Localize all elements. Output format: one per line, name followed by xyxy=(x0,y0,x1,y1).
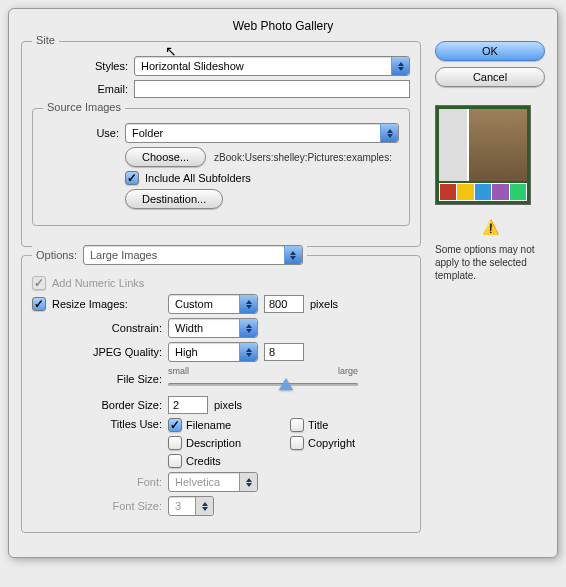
site-legend: Site xyxy=(32,34,59,46)
resize-px-field[interactable] xyxy=(264,295,304,313)
slider-thumb-icon[interactable] xyxy=(279,378,293,390)
credits-label: Credits xyxy=(186,455,221,467)
site-group: Site Styles: Horizontal Slideshow Email:… xyxy=(21,41,421,247)
resize-label: Resize Images: xyxy=(52,298,162,310)
filename-checkbox[interactable] xyxy=(168,418,182,432)
styles-label: Styles: xyxy=(32,60,128,72)
preview-photo xyxy=(469,109,527,181)
resize-select[interactable]: Custom xyxy=(168,294,258,314)
preview-thumb xyxy=(439,109,467,181)
options-value: Large Images xyxy=(90,249,157,261)
font-label: Font: xyxy=(32,476,162,488)
choose-button[interactable]: Choose... xyxy=(125,147,206,167)
copyright-checkbox[interactable] xyxy=(290,436,304,450)
dropdown-arrows-icon xyxy=(391,57,409,75)
slider-small-label: small xyxy=(168,366,189,376)
cancel-button[interactable]: Cancel xyxy=(435,67,545,87)
dropdown-arrows-icon xyxy=(239,295,257,313)
preview-main xyxy=(439,109,527,181)
description-label: Description xyxy=(186,437,241,449)
use-select[interactable]: Folder xyxy=(125,123,399,143)
destination-button[interactable]: Destination... xyxy=(125,189,223,209)
include-subfolders-checkbox[interactable] xyxy=(125,171,139,185)
window-title: Web Photo Gallery xyxy=(21,19,545,33)
title-label: Title xyxy=(308,419,328,431)
include-subfolders-label: Include All Subfolders xyxy=(145,172,251,184)
border-pixels-label: pixels xyxy=(214,399,242,411)
quality-select[interactable]: High xyxy=(168,342,258,362)
fontsize-select: 3 xyxy=(168,496,214,516)
source-legend: Source Images xyxy=(43,101,125,113)
titles-label: Titles Use: xyxy=(32,418,162,430)
source-path: zBook:Users:shelley:Pictures:examples: xyxy=(214,152,392,163)
constrain-value: Width xyxy=(175,322,203,334)
use-label: Use: xyxy=(43,127,119,139)
add-numeric-label: Add Numeric Links xyxy=(52,277,144,289)
slider-track xyxy=(168,383,358,386)
border-field[interactable] xyxy=(168,396,208,414)
description-checkbox[interactable] xyxy=(168,436,182,450)
options-label: Options: xyxy=(36,249,77,261)
warning-icon: ⚠️ xyxy=(435,219,545,235)
fontsize-label: Font Size: xyxy=(32,500,162,512)
filename-label: Filename xyxy=(186,419,231,431)
dropdown-arrows-icon xyxy=(195,497,213,515)
ok-button[interactable]: OK xyxy=(435,41,545,61)
font-value: Helvetica xyxy=(175,476,220,488)
dropdown-arrows-icon xyxy=(239,343,257,361)
filesize-label: File Size: xyxy=(32,373,162,385)
options-select[interactable]: Large Images xyxy=(83,245,303,265)
quality-num-field[interactable] xyxy=(264,343,304,361)
fontsize-value: 3 xyxy=(175,500,181,512)
add-numeric-checkbox xyxy=(32,276,46,290)
pixels-label: pixels xyxy=(310,298,338,310)
filesize-slider[interactable] xyxy=(168,376,358,392)
options-group: Options: Large Images Add Numeric Links … xyxy=(21,255,421,533)
quality-label: JPEG Quality: xyxy=(32,346,162,358)
quality-value: High xyxy=(175,346,198,358)
styles-value: Horizontal Slideshow xyxy=(141,60,244,72)
slider-large-label: large xyxy=(338,366,358,376)
gallery-preview xyxy=(435,105,531,205)
credits-checkbox[interactable] xyxy=(168,454,182,468)
copyright-label: Copyright xyxy=(308,437,355,449)
dropdown-arrows-icon xyxy=(284,246,302,264)
email-field[interactable] xyxy=(134,80,410,98)
email-label: Email: xyxy=(32,83,128,95)
constrain-select[interactable]: Width xyxy=(168,318,258,338)
border-label: Border Size: xyxy=(32,399,162,411)
dropdown-arrows-icon xyxy=(239,473,257,491)
title-checkbox[interactable] xyxy=(290,418,304,432)
styles-select[interactable]: Horizontal Slideshow xyxy=(134,56,410,76)
font-select: Helvetica xyxy=(168,472,258,492)
constrain-label: Constrain: xyxy=(32,322,162,334)
preview-strip xyxy=(439,183,527,201)
resize-value: Custom xyxy=(175,298,213,310)
source-group: Source Images Use: Folder Choose... zBoo… xyxy=(32,108,410,226)
use-value: Folder xyxy=(132,127,163,139)
warning-text: Some options may not apply to the select… xyxy=(435,243,545,282)
dropdown-arrows-icon xyxy=(239,319,257,337)
dropdown-arrows-icon xyxy=(380,124,398,142)
resize-checkbox[interactable] xyxy=(32,297,46,311)
